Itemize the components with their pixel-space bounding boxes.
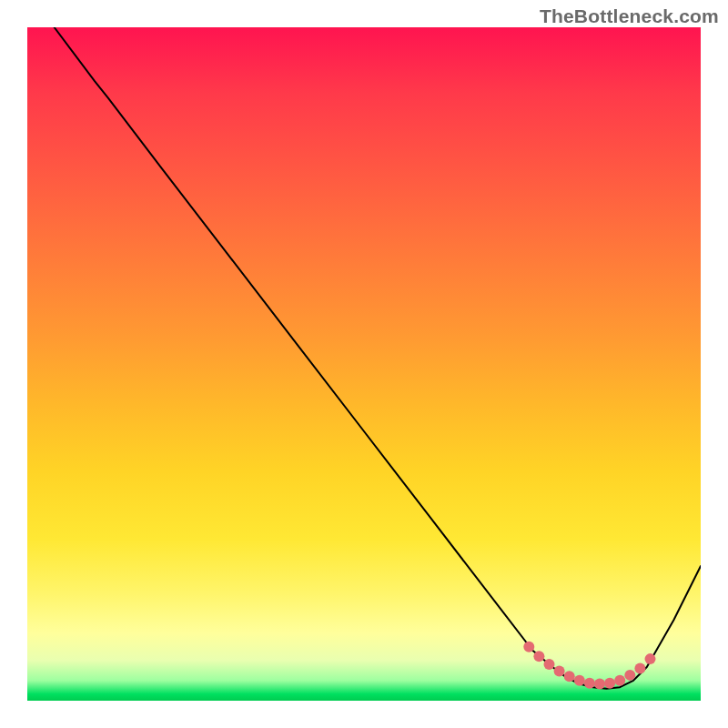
chart-overlay bbox=[27, 27, 701, 701]
highlight-dot bbox=[624, 670, 635, 681]
highlight-dot bbox=[574, 675, 585, 686]
highlight-dot bbox=[533, 651, 544, 662]
highlight-dot bbox=[564, 671, 575, 682]
highlight-dot bbox=[614, 675, 625, 686]
watermark-text: TheBottleneck.com bbox=[540, 5, 719, 27]
highlight-dots bbox=[523, 642, 655, 690]
highlight-dot bbox=[523, 642, 534, 652]
highlight-dot bbox=[634, 662, 645, 673]
highlight-dot bbox=[645, 653, 656, 664]
highlight-dot bbox=[604, 678, 615, 689]
highlight-dot bbox=[544, 659, 555, 670]
highlight-dot bbox=[584, 678, 595, 689]
highlight-dot bbox=[594, 679, 605, 690]
highlight-dot bbox=[554, 665, 565, 676]
plot-area bbox=[27, 27, 701, 701]
chart-canvas: TheBottleneck.com bbox=[0, 0, 728, 728]
main-curve bbox=[55, 27, 701, 689]
